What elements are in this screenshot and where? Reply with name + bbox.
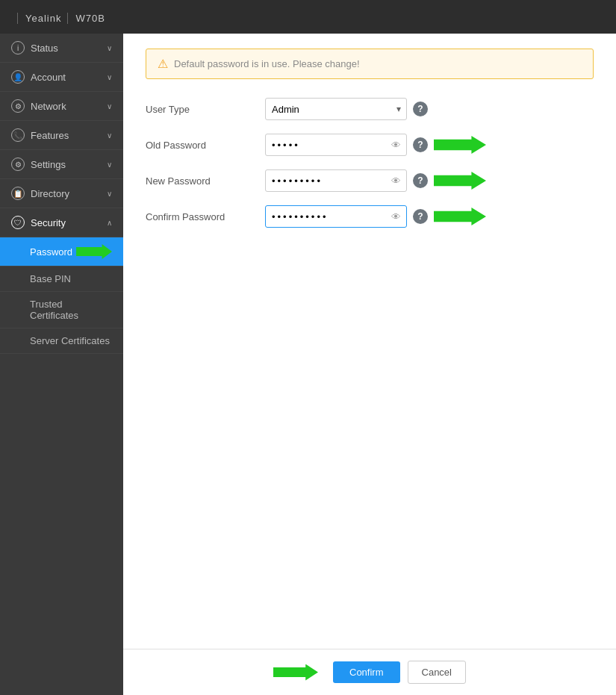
confirm-password-help-icon[interactable]: ?	[413, 209, 428, 224]
chevron-down-icon: ∨	[107, 190, 112, 198]
chevron-down-icon: ∨	[107, 102, 112, 110]
warning-text: Default password is in use. Please chang…	[174, 58, 360, 69]
arrow-indicator	[76, 244, 112, 259]
status-icon: i	[11, 41, 25, 54]
sidebar-item-account[interactable]: 👤 Account ∨	[0, 63, 123, 92]
new-password-arrow	[434, 172, 486, 190]
old-password-input[interactable]	[265, 134, 407, 156]
sidebar-item-network-label: Network	[31, 101, 66, 112]
sidebar: i Status ∨ 👤 Account ∨ ⚙ Network ∨ 📞 Fea…	[0, 34, 123, 695]
security-icon: 🛡	[11, 216, 25, 229]
sidebar-item-features-label: Features	[31, 130, 69, 141]
sidebar-item-directory[interactable]: 📋 Directory ∨	[0, 179, 123, 208]
sidebar-item-security[interactable]: 🛡 Security ∧	[0, 208, 123, 237]
account-icon: 👤	[11, 70, 25, 84]
sidebar-item-account-label: Account	[31, 72, 66, 83]
features-icon: 📞	[11, 128, 25, 142]
topbar: YealinkW70B	[0, 0, 616, 34]
chevron-down-icon: ∨	[107, 73, 112, 81]
chevron-down-icon: ∨	[107, 44, 112, 52]
sidebar-item-settings-label: Settings	[31, 159, 66, 170]
new-password-input[interactable]	[265, 169, 407, 192]
chevron-down-icon: ∨	[107, 131, 112, 140]
confirm-password-row: Confirm Password 👁 ?	[146, 205, 594, 228]
sidebar-sub-item-trusted-certs[interactable]: Trusted Certificates	[0, 292, 123, 328]
chevron-down-icon: ∨	[107, 160, 112, 169]
warning-banner: ⚠ Default password is in use. Please cha…	[146, 49, 594, 79]
warning-icon: ⚠	[158, 57, 168, 71]
sidebar-sub-item-password-label: Password	[30, 246, 72, 258]
sidebar-item-network[interactable]: ⚙ Network ∨	[0, 92, 123, 121]
settings-icon: ⚙	[11, 158, 25, 171]
user-type-help-icon[interactable]: ?	[413, 102, 428, 116]
new-password-label: New Password	[146, 175, 265, 187]
sidebar-item-status[interactable]: i Status ∨	[0, 34, 123, 63]
old-password-help-icon[interactable]: ?	[413, 137, 428, 152]
content-area: ⚠ Default password is in use. Please cha…	[123, 34, 616, 649]
cancel-button[interactable]: Cancel	[408, 661, 466, 684]
confirm-button[interactable]: Confirm	[333, 661, 400, 683]
sidebar-sub-item-server-certs[interactable]: Server Certificates	[0, 328, 123, 354]
sidebar-sub-item-trusted-certs-label: Trusted Certificates	[30, 299, 112, 321]
bottom-bar: Confirm Cancel	[123, 649, 616, 695]
sidebar-item-security-label: Security	[31, 217, 66, 228]
confirm-password-label: Confirm Password	[146, 211, 265, 222]
user-type-select[interactable]: Admin User	[265, 98, 407, 120]
old-password-label: Old Password	[146, 140, 265, 151]
chevron-up-icon: ∧	[107, 219, 112, 227]
user-type-row: User Type Admin User ?	[146, 98, 594, 120]
sidebar-sub-item-base-pin-label: Base PIN	[30, 273, 71, 284]
sidebar-item-status-label: Status	[31, 43, 58, 54]
old-password-arrow	[434, 136, 486, 154]
sidebar-item-features[interactable]: 📞 Features ∨	[0, 121, 123, 150]
confirm-password-eye-icon[interactable]: 👁	[391, 211, 401, 222]
new-password-row: New Password 👁 ?	[146, 169, 594, 192]
old-password-row: Old Password 👁 ?	[146, 134, 594, 156]
sidebar-sub-item-base-pin[interactable]: Base PIN	[0, 267, 123, 292]
main-content: ⚠ Default password is in use. Please cha…	[123, 34, 616, 695]
confirm-password-arrow	[434, 208, 486, 225]
brand-logo: YealinkW70B	[11, 8, 105, 25]
new-password-eye-icon[interactable]: 👁	[391, 175, 401, 187]
brand-name: Yealink	[17, 13, 61, 24]
network-icon: ⚙	[11, 99, 25, 113]
new-password-help-icon[interactable]: ?	[413, 173, 428, 188]
confirm-password-input[interactable]	[265, 205, 407, 228]
confirm-arrow	[273, 664, 318, 681]
sidebar-sub-item-server-certs-label: Server Certificates	[30, 335, 110, 346]
old-password-eye-icon[interactable]: 👁	[391, 140, 401, 151]
directory-icon: 📋	[11, 187, 25, 200]
model-name: W70B	[67, 13, 105, 24]
sidebar-item-directory-label: Directory	[31, 188, 69, 199]
sidebar-item-settings[interactable]: ⚙ Settings ∨	[0, 150, 123, 179]
main-layout: i Status ∨ 👤 Account ∨ ⚙ Network ∨ 📞 Fea…	[0, 34, 616, 695]
sidebar-sub-item-password[interactable]: Password	[0, 237, 123, 267]
user-type-label: User Type	[146, 104, 265, 115]
